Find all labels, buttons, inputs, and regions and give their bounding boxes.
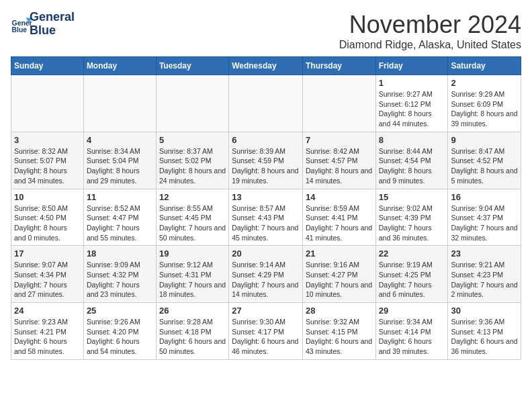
day-number: 2	[451, 78, 518, 88]
day-number: 16	[451, 192, 518, 202]
header: General Blue General Blue November 2024 …	[11, 11, 521, 51]
day-info: Sunrise: 9:12 AM Sunset: 4:31 PM Dayligh…	[159, 260, 226, 300]
calendar-cell: 10Sunrise: 8:50 AM Sunset: 4:50 PM Dayli…	[11, 189, 84, 246]
calendar-cell: 7Sunrise: 8:42 AM Sunset: 4:57 PM Daylig…	[302, 132, 375, 189]
day-info: Sunrise: 9:36 AM Sunset: 4:13 PM Dayligh…	[451, 317, 518, 357]
day-number: 7	[306, 135, 373, 145]
day-info: Sunrise: 8:34 AM Sunset: 5:04 PM Dayligh…	[87, 146, 153, 186]
logo-text-general: General	[30, 11, 75, 24]
day-number: 20	[232, 248, 300, 259]
calendar-cell: 24Sunrise: 9:23 AM Sunset: 4:21 PM Dayli…	[11, 303, 84, 360]
calendar-week-1: 1Sunrise: 9:27 AM Sunset: 6:12 PM Daylig…	[11, 75, 521, 132]
day-number: 27	[232, 306, 300, 316]
location-title: Diamond Ridge, Alaska, United States	[339, 39, 521, 51]
calendar-week-3: 10Sunrise: 8:50 AM Sunset: 4:50 PM Dayli…	[11, 189, 521, 246]
calendar-cell: 18Sunrise: 9:09 AM Sunset: 4:32 PM Dayli…	[83, 246, 156, 303]
day-info: Sunrise: 9:02 AM Sunset: 4:39 PM Dayligh…	[379, 203, 445, 243]
calendar-cell: 17Sunrise: 9:07 AM Sunset: 4:34 PM Dayli…	[11, 246, 84, 303]
calendar-cell: 20Sunrise: 9:14 AM Sunset: 4:29 PM Dayli…	[229, 246, 303, 303]
day-info: Sunrise: 9:14 AM Sunset: 4:29 PM Dayligh…	[232, 260, 300, 300]
calendar-cell: 4Sunrise: 8:34 AM Sunset: 5:04 PM Daylig…	[83, 132, 156, 189]
day-number: 1	[379, 78, 445, 88]
day-info: Sunrise: 9:07 AM Sunset: 4:34 PM Dayligh…	[14, 260, 81, 300]
calendar-cell	[302, 75, 375, 132]
calendar-week-4: 17Sunrise: 9:07 AM Sunset: 4:34 PM Dayli…	[11, 246, 521, 303]
day-number: 30	[451, 306, 518, 316]
calendar-cell: 5Sunrise: 8:37 AM Sunset: 5:02 PM Daylig…	[156, 132, 228, 189]
calendar-cell: 26Sunrise: 9:28 AM Sunset: 4:18 PM Dayli…	[156, 303, 228, 360]
day-number: 26	[159, 306, 226, 316]
day-number: 8	[379, 135, 445, 145]
calendar-cell: 28Sunrise: 9:32 AM Sunset: 4:15 PM Dayli…	[302, 303, 375, 360]
day-number: 28	[306, 306, 373, 316]
day-info: Sunrise: 8:39 AM Sunset: 4:59 PM Dayligh…	[232, 146, 300, 186]
month-title: November 2024	[339, 11, 521, 39]
calendar-cell	[11, 75, 84, 132]
day-info: Sunrise: 9:16 AM Sunset: 4:27 PM Dayligh…	[306, 260, 373, 300]
day-number: 12	[159, 192, 226, 202]
calendar-cell: 2Sunrise: 9:29 AM Sunset: 6:09 PM Daylig…	[448, 75, 521, 132]
day-info: Sunrise: 8:44 AM Sunset: 4:54 PM Dayligh…	[379, 146, 445, 186]
day-info: Sunrise: 9:30 AM Sunset: 4:17 PM Dayligh…	[232, 317, 300, 357]
calendar-cell: 3Sunrise: 8:32 AM Sunset: 5:07 PM Daylig…	[11, 132, 84, 189]
day-info: Sunrise: 8:50 AM Sunset: 4:50 PM Dayligh…	[14, 203, 81, 243]
calendar-header-row: SundayMondayTuesdayWednesdayThursdayFrid…	[11, 57, 521, 75]
day-info: Sunrise: 8:37 AM Sunset: 5:02 PM Dayligh…	[159, 146, 226, 186]
day-info: Sunrise: 9:23 AM Sunset: 4:21 PM Dayligh…	[14, 317, 81, 357]
day-number: 25	[87, 306, 153, 316]
day-number: 13	[232, 192, 300, 202]
day-number: 21	[306, 248, 373, 259]
calendar-week-5: 24Sunrise: 9:23 AM Sunset: 4:21 PM Dayli…	[11, 303, 521, 360]
header-sunday: Sunday	[11, 57, 84, 75]
day-info: Sunrise: 9:29 AM Sunset: 6:09 PM Dayligh…	[451, 89, 518, 129]
day-number: 9	[451, 135, 518, 145]
day-number: 19	[159, 248, 226, 259]
calendar-cell: 25Sunrise: 9:26 AM Sunset: 4:20 PM Dayli…	[83, 303, 156, 360]
header-wednesday: Wednesday	[229, 57, 303, 75]
header-monday: Monday	[83, 57, 156, 75]
svg-text:Blue: Blue	[12, 26, 28, 34]
calendar-cell: 29Sunrise: 9:34 AM Sunset: 4:14 PM Dayli…	[375, 303, 448, 360]
day-info: Sunrise: 9:09 AM Sunset: 4:32 PM Dayligh…	[87, 260, 153, 300]
day-info: Sunrise: 9:19 AM Sunset: 4:25 PM Dayligh…	[379, 260, 445, 300]
calendar-cell: 19Sunrise: 9:12 AM Sunset: 4:31 PM Dayli…	[156, 246, 228, 303]
calendar-cell: 22Sunrise: 9:19 AM Sunset: 4:25 PM Dayli…	[375, 246, 448, 303]
calendar-week-2: 3Sunrise: 8:32 AM Sunset: 5:07 PM Daylig…	[11, 132, 521, 189]
day-number: 23	[451, 248, 518, 259]
day-info: Sunrise: 8:57 AM Sunset: 4:43 PM Dayligh…	[232, 203, 300, 243]
day-info: Sunrise: 8:59 AM Sunset: 4:41 PM Dayligh…	[306, 203, 373, 243]
calendar-cell: 27Sunrise: 9:30 AM Sunset: 4:17 PM Dayli…	[229, 303, 303, 360]
day-info: Sunrise: 9:21 AM Sunset: 4:23 PM Dayligh…	[451, 260, 518, 300]
day-number: 5	[159, 135, 226, 145]
calendar-cell: 14Sunrise: 8:59 AM Sunset: 4:41 PM Dayli…	[302, 189, 375, 246]
day-number: 17	[14, 248, 81, 259]
day-info: Sunrise: 9:27 AM Sunset: 6:12 PM Dayligh…	[379, 89, 445, 129]
calendar-cell: 11Sunrise: 8:52 AM Sunset: 4:47 PM Dayli…	[83, 189, 156, 246]
calendar-cell: 6Sunrise: 8:39 AM Sunset: 4:59 PM Daylig…	[229, 132, 303, 189]
day-info: Sunrise: 9:04 AM Sunset: 4:37 PM Dayligh…	[451, 203, 518, 243]
day-info: Sunrise: 9:28 AM Sunset: 4:18 PM Dayligh…	[159, 317, 226, 357]
day-number: 4	[87, 135, 153, 145]
title-area: November 2024 Diamond Ridge, Alaska, Uni…	[339, 11, 521, 51]
day-info: Sunrise: 8:52 AM Sunset: 4:47 PM Dayligh…	[87, 203, 153, 243]
day-number: 10	[14, 192, 81, 202]
day-info: Sunrise: 9:32 AM Sunset: 4:15 PM Dayligh…	[306, 317, 373, 357]
day-info: Sunrise: 8:42 AM Sunset: 4:57 PM Dayligh…	[306, 146, 373, 186]
day-info: Sunrise: 8:32 AM Sunset: 5:07 PM Dayligh…	[14, 146, 81, 186]
header-thursday: Thursday	[302, 57, 375, 75]
logo-text-blue: Blue	[30, 24, 75, 38]
header-friday: Friday	[375, 57, 448, 75]
day-number: 11	[87, 192, 153, 202]
day-number: 22	[379, 248, 445, 259]
calendar-cell	[83, 75, 156, 132]
calendar-cell: 30Sunrise: 9:36 AM Sunset: 4:13 PM Dayli…	[448, 303, 521, 360]
day-info: Sunrise: 9:34 AM Sunset: 4:14 PM Dayligh…	[379, 317, 445, 357]
day-number: 6	[232, 135, 300, 145]
day-number: 14	[306, 192, 373, 202]
calendar-cell: 13Sunrise: 8:57 AM Sunset: 4:43 PM Dayli…	[229, 189, 303, 246]
calendar-cell	[156, 75, 228, 132]
calendar-cell	[229, 75, 303, 132]
calendar-cell: 21Sunrise: 9:16 AM Sunset: 4:27 PM Dayli…	[302, 246, 375, 303]
calendar-cell: 9Sunrise: 8:47 AM Sunset: 4:52 PM Daylig…	[448, 132, 521, 189]
calendar-cell: 8Sunrise: 8:44 AM Sunset: 4:54 PM Daylig…	[375, 132, 448, 189]
